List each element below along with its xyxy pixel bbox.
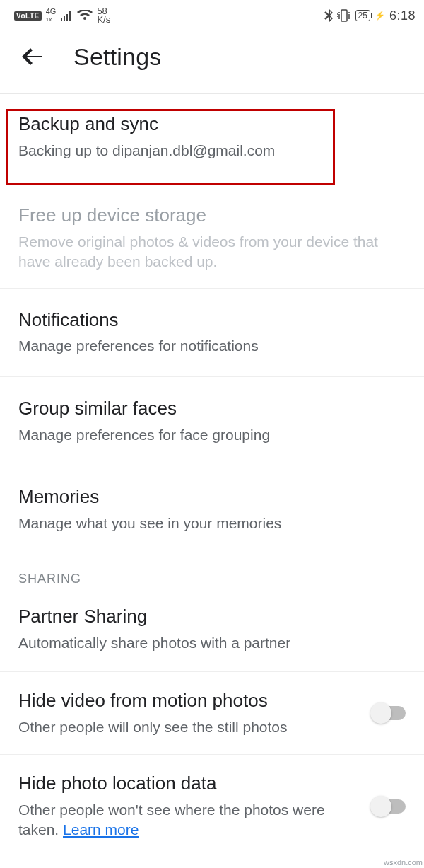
network-bottom: 1x [46, 16, 52, 23]
item-title: Group similar faces [18, 397, 406, 421]
item-subtitle: Remove original photos & videos from you… [18, 232, 406, 272]
battery-icon: 25 [355, 10, 370, 21]
settings-list: Backup and sync Backing up to dipanjan.d… [0, 94, 424, 847]
svg-rect-0 [341, 10, 347, 21]
item-notifications[interactable]: Notifications Manage preferences for not… [0, 289, 424, 377]
volte-badge: VoLTE [14, 11, 42, 21]
wifi-icon [77, 10, 93, 21]
toggle-hide-video[interactable] [373, 706, 406, 720]
switch-thumb [370, 702, 391, 724]
network-type: 4G 1x [46, 8, 57, 23]
item-subtitle: Other people will only see the still pho… [18, 717, 365, 737]
switch-thumb [370, 796, 391, 817]
learn-more-link[interactable]: Learn more [63, 821, 139, 838]
item-title: Backup and sync [18, 112, 406, 137]
battery-level: 25 [358, 11, 367, 21]
item-title: Notifications [18, 308, 406, 332]
item-backup-and-sync[interactable]: Backup and sync Backing up to dipanjan.d… [0, 94, 424, 185]
status-left: VoLTE 4G 1x 58 K/s [14, 7, 110, 24]
speed-unit: K/s [97, 14, 110, 25]
item-title: Partner Sharing [18, 605, 406, 629]
network-top: 4G [46, 7, 57, 16]
item-subtitle: Manage what you see in your memories [18, 514, 406, 533]
clock: 6:18 [389, 8, 416, 23]
item-subtitle: Other people won't see where the photos … [18, 800, 365, 840]
item-memories[interactable]: Memories Manage what you see in your mem… [0, 465, 424, 552]
status-bar: VoLTE 4G 1x 58 K/s 25 ⚡ 6:18 [0, 0, 424, 28]
item-group-similar-faces[interactable]: Group similar faces Manage preferences f… [0, 377, 424, 465]
signal-icon [60, 10, 73, 21]
watermark: wsxdn.com [384, 858, 423, 867]
bluetooth-icon [324, 8, 333, 23]
app-bar: Settings [0, 28, 424, 85]
item-subtitle: Backing up to dipanjan.dbl@gmail.com [18, 141, 406, 161]
toggle-hide-location[interactable] [373, 799, 406, 814]
item-hide-location[interactable]: Hide photo location data Other people wo… [0, 755, 424, 847]
item-title: Memories [18, 485, 406, 509]
battery-bolt-icon: ⚡ [375, 11, 385, 21]
network-speed: 58 K/s [97, 7, 110, 24]
item-subtitle: Manage preferences for notifications [18, 336, 406, 356]
item-hide-video[interactable]: Hide video from motion photos Other peop… [0, 672, 424, 755]
section-header-sharing: SHARING [0, 552, 424, 594]
status-right: 25 ⚡ 6:18 [324, 8, 416, 23]
item-subtitle: Manage preferences for face grouping [18, 425, 406, 445]
item-title: Hide video from motion photos [18, 689, 365, 713]
arrow-back-icon [22, 46, 43, 67]
vibrate-icon [337, 9, 351, 22]
item-title: Hide photo location data [18, 772, 365, 796]
item-partner-sharing[interactable]: Partner Sharing Automatically share phot… [0, 594, 424, 672]
page-title: Settings [73, 43, 161, 71]
item-free-up-storage: Free up device storage Remove original p… [0, 185, 424, 288]
back-button[interactable] [20, 44, 45, 69]
item-subtitle: Automatically share photos with a partne… [18, 633, 406, 653]
item-title: Free up device storage [18, 204, 406, 228]
